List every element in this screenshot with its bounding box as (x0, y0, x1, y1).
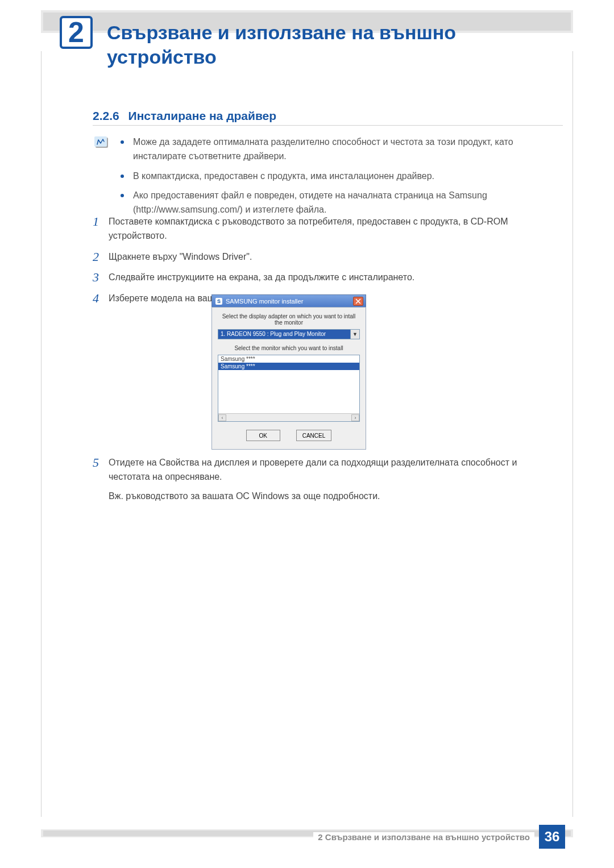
app-icon: S (215, 298, 222, 305)
note-item: В компактдиска, предоставен с продукта, … (121, 169, 557, 184)
bullet-icon (121, 175, 124, 178)
chapter-title: Свързване и използване на външно устройс… (107, 20, 563, 69)
chevron-down-icon[interactable]: ▼ (350, 330, 359, 339)
dialog-buttons: OK CANCEL (218, 430, 360, 441)
step-text: Отидете на Свойства на дисплея и провере… (109, 456, 557, 484)
footer-text: 2 Свързване и използване на външно устро… (313, 832, 534, 842)
ok-button[interactable]: OK (246, 430, 280, 441)
note-item: Може да зададете оптималната разделителн… (121, 135, 557, 164)
cancel-button[interactable]: CANCEL (296, 430, 332, 441)
section-underline (93, 125, 563, 126)
installer-dialog: S SAMSUNG monitor installer Select the d… (211, 294, 366, 450)
step-text: Следвайте инструкциите на екрана, за да … (109, 271, 557, 285)
step-number: 4 (93, 292, 109, 306)
note-text: В компактдиска, предоставен с продукта, … (133, 169, 557, 184)
horizontal-scrollbar[interactable]: ‹ › (218, 413, 359, 421)
page: 2 Свързване и използване на външно устро… (0, 0, 614, 868)
step-text: Щракнете върху "Windows Driver". (109, 250, 557, 264)
section-heading: 2.2.6 Инсталиране на драйвер (93, 109, 276, 123)
dialog-body: Select the display adapter on which you … (211, 307, 366, 450)
step-2: 2 Щракнете върху "Windows Driver". (93, 250, 557, 264)
divider-right (572, 51, 573, 817)
note-text: Може да зададете оптималната разделителн… (133, 135, 557, 164)
page-number: 36 (545, 829, 560, 845)
step-number: 3 (93, 271, 109, 285)
divider-left (41, 51, 42, 817)
dialog-title-group: S SAMSUNG monitor installer (215, 298, 303, 305)
step-text: Поставете компактдиска с ръководството з… (109, 215, 557, 243)
step-1: 1 Поставете компактдиска с ръководството… (93, 215, 557, 243)
adapter-select[interactable]: 1. RADEON 9550 : Plug and Play Monitor ▼ (218, 329, 360, 339)
scroll-right-button[interactable]: › (351, 414, 359, 421)
page-number-badge: 36 (539, 825, 565, 849)
note-list: Може да зададете оптималната разделителн… (121, 135, 557, 223)
list-item[interactable]: Samsung **** (218, 363, 359, 370)
step-number: 1 (93, 215, 109, 243)
note-icon (94, 136, 108, 148)
scroll-left-button[interactable]: ‹ (218, 414, 226, 421)
dialog-title: SAMSUNG monitor installer (226, 298, 303, 305)
step-3: 3 Следвайте инструкциите на екрана, за д… (93, 271, 557, 285)
note-text: Ако предоставеният файл е повреден, отид… (133, 189, 557, 217)
chapter-number: 2 (68, 18, 84, 47)
list-item[interactable]: Samsung **** (218, 355, 359, 363)
step-5-extra: Вж. ръководството за вашата ОС Windows з… (109, 491, 557, 501)
monitor-label: Select the monitor which you want to ins… (218, 345, 360, 351)
dialog-titlebar[interactable]: S SAMSUNG monitor installer (211, 294, 366, 307)
note-item: Ако предоставеният файл е повреден, отид… (121, 189, 557, 217)
step-5: 5 Отидете на Свойства на дисплея и прове… (93, 456, 557, 484)
monitor-listbox[interactable]: Samsung **** Samsung **** ‹ › (218, 355, 360, 422)
bullet-icon (121, 140, 124, 144)
section-title: Инсталиране на драйвер (128, 109, 276, 122)
chapter-badge: 2 (60, 16, 93, 49)
bullet-icon (121, 194, 124, 197)
section-number: 2.2.6 (93, 109, 119, 122)
step-5-block: 5 Отидете на Свойства на дисплея и прове… (93, 456, 557, 508)
close-icon[interactable] (353, 297, 363, 306)
adapter-label: Select the display adapter on which you … (218, 313, 360, 326)
step-number: 5 (93, 456, 109, 484)
step-number: 2 (93, 250, 109, 264)
adapter-value: 1. RADEON 9550 : Plug and Play Monitor (218, 330, 350, 339)
